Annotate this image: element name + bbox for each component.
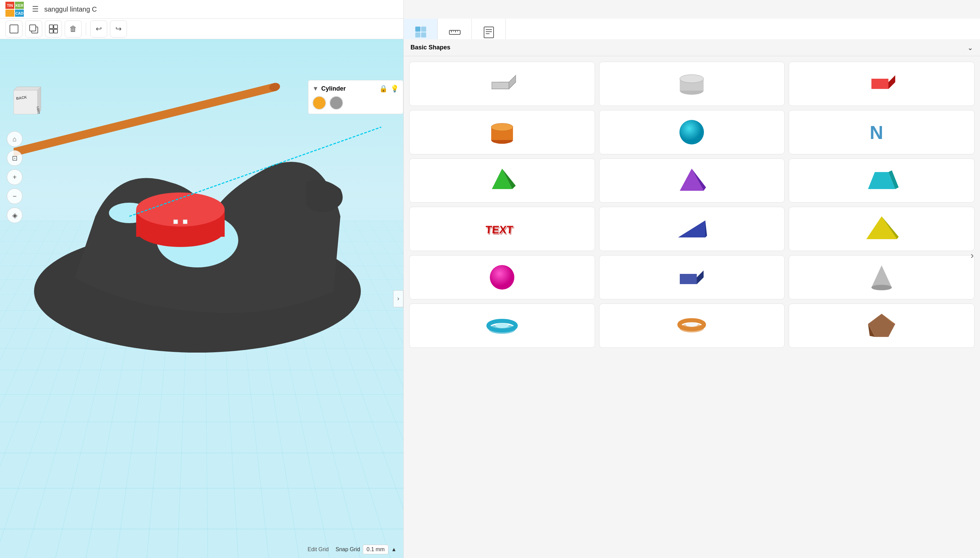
delete-button[interactable]: 🗑: [65, 20, 82, 38]
svg-text:N: N: [870, 122, 883, 143]
svg-marker-48: [888, 75, 895, 89]
svg-marker-64: [705, 220, 707, 238]
viewport[interactable]: 0.0 BACK LEFT ⌂ ⊡ + − ◈ ▼ Cylinder 🔒 💡: [0, 39, 403, 558]
svg-text:TEXT: TEXT: [486, 225, 515, 237]
shape-pink-sphere[interactable]: [409, 255, 595, 299]
document-icon[interactable]: ☰: [32, 5, 39, 14]
svg-point-53: [679, 120, 704, 144]
shape-blue-sphere[interactable]: [599, 110, 785, 154]
snap-dropdown-arrow[interactable]: ▲: [391, 547, 397, 553]
bottom-bar: Edit Grid Snap Grid 0.1 mm ▲: [0, 541, 403, 558]
property-panel: ▼ Cylinder 🔒 💡: [308, 80, 403, 114]
svg-marker-69: [697, 271, 704, 284]
svg-rect-70: [680, 274, 697, 284]
logo[interactable]: TIN KER CAD: [5, 2, 24, 17]
zoom-out-button[interactable]: −: [7, 189, 23, 204]
shape-navy-box[interactable]: [599, 255, 785, 299]
group-button[interactable]: [45, 20, 62, 38]
svg-marker-42: [509, 75, 516, 89]
logo-cad: CAD: [15, 10, 24, 17]
prop-collapse-button[interactable]: ▼: [312, 85, 319, 92]
svg-rect-36: [484, 27, 494, 38]
svg-rect-5: [29, 25, 36, 31]
svg-rect-9: [54, 29, 57, 33]
svg-rect-30: [421, 32, 426, 38]
lock-button[interactable]: 🔒: [379, 84, 388, 93]
view-controls: ⌂ ⊡ + − ◈: [7, 131, 23, 223]
svg-rect-31: [449, 30, 460, 34]
shapes-category-dropdown[interactable]: ⌄: [967, 44, 973, 52]
svg-point-72: [871, 285, 892, 290]
shape-name-label: Cylinder: [321, 85, 376, 92]
svg-rect-49: [871, 79, 888, 89]
zoom-in-button[interactable]: +: [7, 169, 23, 185]
svg-rect-29: [415, 32, 420, 38]
svg-rect-7: [54, 25, 57, 29]
shape-striped-box[interactable]: [409, 62, 595, 106]
color-swatches: [312, 96, 399, 110]
home-view-button[interactable]: ⌂: [7, 131, 23, 147]
logo-blank: [5, 10, 14, 17]
svg-marker-71: [871, 265, 892, 287]
shape-orange-cylinder[interactable]: [409, 110, 595, 154]
svg-point-67: [490, 265, 514, 290]
edit-grid-button[interactable]: Edit Grid: [308, 547, 329, 553]
toolbar: 🗑 ↩ ↪: [0, 19, 403, 39]
hole-color-swatch[interactable]: [329, 96, 343, 110]
logo-tin: TIN: [5, 2, 14, 9]
shape-brown-gem[interactable]: [789, 304, 975, 348]
svg-rect-6: [49, 25, 53, 29]
svg-point-78: [686, 323, 698, 327]
svg-rect-24: [14, 90, 38, 114]
shapes-category-header: Basic Shapes ⌄: [404, 39, 980, 56]
svg-point-46: [680, 75, 704, 83]
viewport-expand-arrow[interactable]: ›: [393, 290, 403, 307]
snap-grid-value[interactable]: 0.1 mm: [363, 545, 388, 554]
svg-rect-27: [415, 26, 420, 32]
svg-marker-22: [14, 87, 41, 90]
shapes-grid: N TEXT TEX: [404, 56, 980, 353]
svg-marker-65: [866, 216, 897, 239]
svg-point-52: [491, 123, 513, 131]
shape-text-3d[interactable]: TEXT TEXT: [409, 207, 595, 251]
shape-blue-wedge[interactable]: [599, 207, 785, 251]
scroll-right-arrow[interactable]: ›: [967, 170, 977, 341]
perspective-button[interactable]: ◈: [7, 207, 23, 223]
shape-yellow-pyramid[interactable]: [789, 207, 975, 251]
svg-rect-17: [183, 220, 187, 224]
svg-marker-63: [678, 220, 705, 238]
svg-rect-8: [49, 29, 53, 33]
svg-rect-3: [10, 25, 18, 33]
shape-tinkercad-n[interactable]: N: [789, 110, 975, 154]
svg-rect-16: [173, 220, 178, 224]
solid-color-swatch[interactable]: [312, 96, 326, 110]
svg-rect-28: [421, 26, 426, 32]
new-button[interactable]: [5, 20, 23, 38]
redo-button[interactable]: ↪: [110, 20, 127, 38]
shape-teal-torus[interactable]: [409, 304, 595, 348]
copy-button[interactable]: [25, 20, 42, 38]
svg-rect-43: [492, 82, 509, 89]
snap-grid-label: Snap Grid: [335, 547, 360, 553]
visibility-button[interactable]: 💡: [391, 84, 399, 93]
shape-gray-cylinder[interactable]: [599, 62, 785, 106]
shapes-category-title: Basic Shapes: [411, 44, 967, 51]
shape-red-box[interactable]: [789, 62, 975, 106]
shape-teal-prism[interactable]: [789, 158, 975, 203]
shape-gray-cone[interactable]: [789, 255, 975, 299]
svg-rect-18: [14, 83, 276, 165]
shape-orange-torus[interactable]: [599, 304, 785, 348]
undo-button[interactable]: ↩: [90, 20, 107, 38]
toolbar-separator: [86, 23, 86, 35]
right-panel: Basic Shapes ⌄: [403, 0, 980, 558]
svg-point-75: [495, 323, 509, 328]
snap-grid-control: Snap Grid 0.1 mm ▲: [335, 545, 397, 554]
shape-purple-pyramid[interactable]: [599, 158, 785, 203]
logo-ker: KER: [15, 2, 24, 9]
fit-view-button[interactable]: ⊡: [7, 150, 23, 166]
nav-cube[interactable]: BACK LEFT: [7, 84, 47, 124]
shape-green-pyramid[interactable]: [409, 158, 595, 203]
